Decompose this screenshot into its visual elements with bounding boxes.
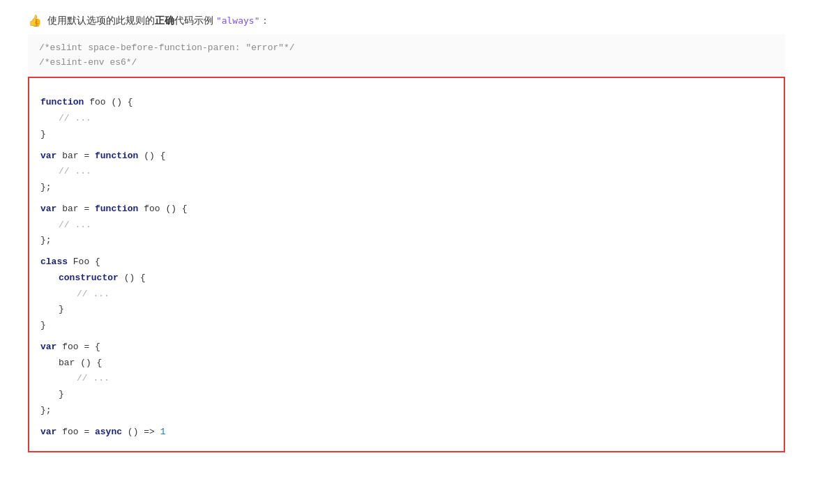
blank-line-6: [40, 419, 773, 425]
code-line-close-constructor: }: [40, 302, 773, 318]
blank-line-5: [40, 334, 773, 339]
top-comment-line: 👍 使用默认选项的此规则的正确代码示例 "always"：: [0, 0, 813, 34]
thumbs-up-icon: 👍: [28, 14, 42, 27]
code-line-var-bar-fn-foo: var bar = function foo () {: [40, 201, 773, 217]
comment-text: 使用默认选项的此规则的正确代码示例 "always"：: [47, 13, 270, 29]
code-line-comment-3: // ...: [40, 217, 773, 234]
blank-line-3: [40, 196, 773, 201]
code-line-comment-5: // ...: [40, 371, 773, 387]
pre-comment-block: /*eslint space-before-function-paren: "e…: [28, 34, 785, 77]
code-line-close-class: }: [40, 318, 773, 334]
comment-bold: 正确: [155, 15, 174, 26]
comment-suffix: 代码示例: [174, 15, 216, 26]
code-line-comment-4: // ...: [40, 287, 773, 303]
code-line-close-3: };: [40, 233, 773, 249]
pre-comment-line-1: /*eslint space-before-function-paren: "e…: [39, 41, 774, 56]
code-line-class-foo: class Foo {: [40, 254, 773, 270]
comment-tag: "always": [216, 15, 260, 26]
blank-line-4: [40, 249, 773, 254]
code-line-close-bar: }: [40, 387, 773, 403]
code-line-comment-2: // ...: [40, 164, 773, 180]
comment-prefix: 使用默认选项的此规则的: [47, 15, 155, 26]
blank-line-2: [40, 143, 773, 148]
code-line-var-foo-obj: var foo = {: [40, 339, 773, 356]
code-line-close-2: };: [40, 180, 773, 196]
code-line-var-foo-async: var foo = async () => 1: [40, 425, 773, 441]
page-wrapper: 👍 使用默认选项的此规则的正确代码示例 "always"： /*eslint s…: [0, 0, 813, 504]
code-line-close-1: }: [40, 127, 773, 143]
pre-comment-line-2: /*eslint-env es6*/: [39, 56, 774, 70]
code-block: function foo () { // ... } var bar = fun…: [28, 77, 785, 452]
comment-colon: ：: [260, 15, 270, 26]
code-line-function-foo: function foo () {: [40, 95, 773, 111]
kw-function: function: [40, 97, 84, 107]
blank-line-1: [40, 89, 773, 95]
code-line-comment-1: // ...: [40, 111, 773, 127]
code-line-bar-method: bar () {: [40, 356, 773, 372]
code-line-var-bar-fn: var bar = function () {: [40, 148, 773, 165]
code-line-close-obj: };: [40, 403, 773, 419]
code-line-constructor: constructor () {: [40, 270, 773, 287]
